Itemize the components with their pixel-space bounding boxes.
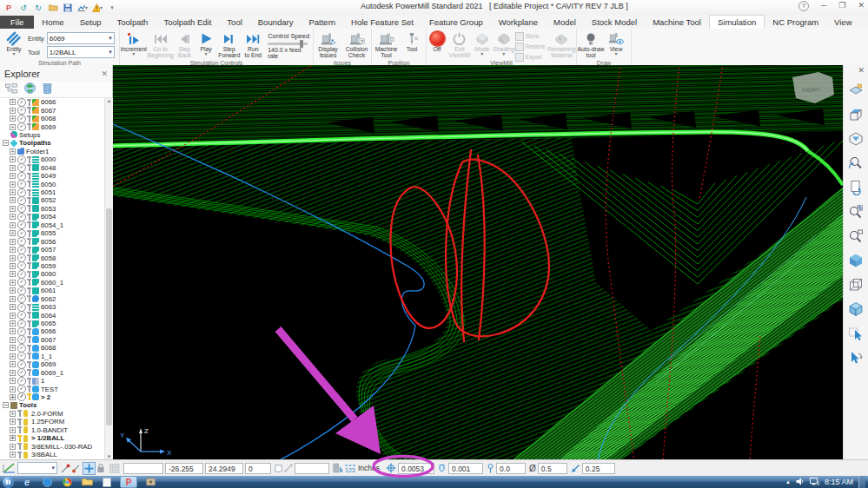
tree-item-6000[interactable]: +✓6000	[0, 155, 104, 163]
expand-icon[interactable]: +	[10, 304, 16, 310]
expand-icon[interactable]: +	[10, 361, 16, 367]
select-box-cursor-icon[interactable]	[845, 323, 866, 344]
expand-icon[interactable]: +	[10, 247, 16, 253]
expand-icon[interactable]: +	[10, 296, 16, 302]
zoom-multi-icon[interactable]	[845, 201, 866, 222]
iso-view-icon[interactable]	[845, 129, 866, 149]
expand-icon[interactable]: +	[10, 165, 16, 171]
entity-combo[interactable]: 6069▾	[47, 32, 115, 44]
tree-item-6065[interactable]: +✓6065	[0, 320, 104, 327]
shaded-wireframe-view-icon[interactable]	[845, 299, 866, 320]
drag-move-icon[interactable]	[83, 462, 96, 475]
tree-item-6066[interactable]: +✓6066	[0, 98, 104, 106]
draw-toggle-icon[interactable]: ✓	[17, 368, 26, 377]
tree-item-toolpaths[interactable]: −Toolpaths	[0, 139, 104, 147]
exit-viewmill-button[interactable]: Exit ViewMill	[447, 30, 472, 63]
expand-icon[interactable]: +	[10, 345, 16, 351]
go-to-beginning-button[interactable]: Go to Beginning	[148, 30, 174, 63]
expand-icon[interactable]: +	[10, 108, 16, 114]
tree-item-6061[interactable]: +✓6061	[0, 287, 104, 294]
tab-home[interactable]: Home	[34, 16, 71, 29]
tab-model[interactable]: Model	[546, 16, 584, 29]
expand-icon[interactable]: +	[10, 115, 16, 122]
help-icon[interactable]: ?	[798, 1, 809, 11]
expand-icon[interactable]: +	[10, 214, 16, 220]
viewmill-store-button[interactable]: Store	[515, 31, 547, 41]
expand-icon[interactable]: +	[10, 156, 16, 162]
tree-item-6060[interactable]: +✓6060	[0, 270, 104, 278]
display-issues-button[interactable]: Display Issues	[314, 30, 342, 63]
shaded-view-icon[interactable]	[845, 250, 866, 271]
draw-toggle-icon[interactable]: ✓	[17, 106, 26, 115]
tree-item-6049[interactable]: +✓6049	[0, 172, 104, 180]
taskbar-browser-icon[interactable]	[40, 477, 54, 487]
step-forward-button[interactable]: Step Forward	[216, 30, 242, 63]
tree-item-6066[interactable]: +✓6066	[0, 327, 104, 335]
chart-dropdown-icon[interactable]	[77, 3, 88, 13]
remaining-material-button[interactable]: Remaining Material	[547, 30, 576, 63]
expand-icon[interactable]: +	[10, 427, 16, 433]
collapse-icon[interactable]: −	[3, 402, 9, 408]
undo-icon[interactable]: ↺	[18, 3, 29, 13]
expand-icon[interactable]: +	[10, 181, 16, 188]
draw-toggle-icon[interactable]: ✓	[17, 311, 26, 320]
tab-stock-model[interactable]: Stock Model	[584, 16, 645, 29]
draw-toggle-icon[interactable]: ✓	[17, 237, 26, 246]
taskbar-ie-icon[interactable]: e	[20, 477, 34, 487]
redo-icon[interactable]: ↻	[33, 3, 43, 13]
tree-item-1-25form[interactable]: +1.25FORM	[0, 418, 104, 425]
thickness-field[interactable]: 0.0	[496, 463, 526, 474]
tree-item-3-8ball[interactable]: +3/8BALL	[0, 451, 104, 458]
explorer-close-icon[interactable]: ✕	[101, 69, 108, 78]
expand-icon[interactable]: +	[10, 124, 16, 130]
tab-file[interactable]: File	[0, 16, 34, 29]
stepdown-field[interactable]: 0.25	[582, 463, 615, 474]
save-project-icon[interactable]	[63, 3, 73, 13]
tree-item-6060-1[interactable]: +✓6060_1	[0, 279, 104, 287]
expand-icon[interactable]: +	[10, 280, 16, 286]
start-button[interactable]	[3, 477, 14, 488]
tree-item-1-0-bandit[interactable]: +1.0-BANDIT	[0, 426, 104, 434]
expand-icon[interactable]: +	[10, 99, 16, 105]
tool-diameter-field[interactable]: 0.5	[538, 463, 567, 474]
tree-item-6069[interactable]: +✓6069	[0, 122, 104, 130]
tree-item-6067[interactable]: +✓6067	[0, 106, 104, 114]
lock-icon[interactable]	[96, 463, 105, 473]
play-button[interactable]: Play	[195, 30, 216, 63]
tree-view-icon[interactable]	[5, 82, 17, 97]
tree-item-1-1[interactable]: +✓1_1	[0, 353, 104, 360]
zoom-fit-icon[interactable]	[845, 153, 866, 174]
expand-icon[interactable]: +	[10, 197, 16, 203]
expand-icon[interactable]: +	[10, 337, 16, 343]
block-icon[interactable]	[845, 80, 866, 101]
viewport-canvas[interactable]: FRONT Z Y X	[113, 65, 843, 459]
tab-tool[interactable]: Tool	[219, 16, 249, 29]
expand-icon[interactable]: +	[10, 444, 16, 450]
tree-item-6062[interactable]: +✓6062	[0, 295, 104, 303]
tab-setup[interactable]: Setup	[72, 16, 109, 29]
draw-toggle-icon[interactable]: ✓	[17, 335, 26, 344]
expand-icon[interactable]: +	[10, 287, 16, 293]
tree-item-6053[interactable]: +✓6053	[0, 205, 104, 213]
select-undo-cursor-icon[interactable]	[845, 347, 866, 368]
show-desktop-button[interactable]	[858, 476, 865, 488]
tool-combo[interactable]: 1/2BALL▾	[47, 46, 115, 58]
tree-item-2-0-form[interactable]: +2.0-FORM	[0, 410, 104, 418]
tree-item-6064[interactable]: +✓6064	[0, 311, 104, 319]
taskbar-utility-icon[interactable]	[143, 477, 157, 487]
viewmill-off-button[interactable]: Off	[427, 30, 447, 63]
cursor-z-field[interactable]: 0	[245, 463, 271, 474]
tree-item-setups[interactable]: Setups	[0, 131, 104, 139]
minimize-button[interactable]: ─	[821, 1, 826, 11]
open-project-icon[interactable]	[48, 3, 58, 13]
wireframe-view-icon[interactable]	[845, 274, 866, 295]
draw-toggle-icon[interactable]: ✓	[17, 278, 26, 287]
expand-icon[interactable]: +	[10, 222, 16, 228]
tree-item-6052[interactable]: +✓6052	[0, 196, 104, 204]
tree-item-6055[interactable]: +✓6055	[0, 229, 104, 237]
clock[interactable]: 8:15 AM	[825, 478, 853, 486]
cursor-x-field[interactable]: -26.255	[165, 463, 203, 474]
tree-item-6069-1[interactable]: +✓6069_1	[0, 368, 104, 376]
machine-status-icon[interactable]	[333, 463, 342, 473]
draw-toggle-icon[interactable]: ✓	[17, 180, 26, 188]
